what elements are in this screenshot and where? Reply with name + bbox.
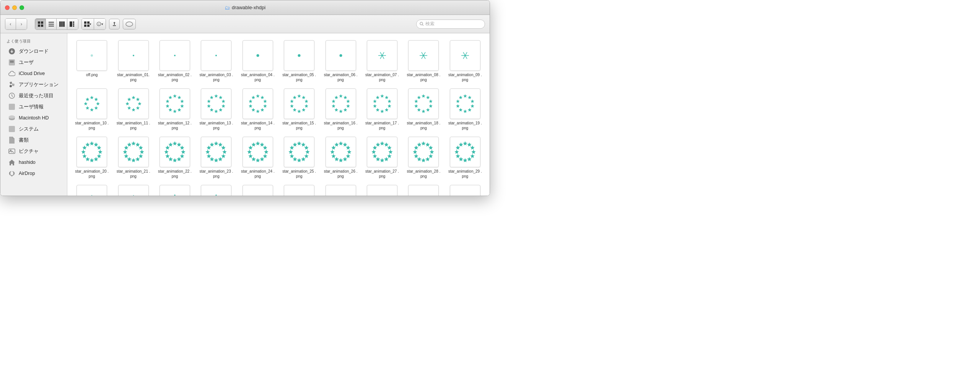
file-item-sa09[interactable]: star_animation_09 .png — [445, 38, 485, 85]
file-item-sa12[interactable]: star_animation_12 .png — [155, 86, 195, 133]
file-item-sa20[interactable]: star_animation_20 .png — [72, 134, 112, 181]
file-thumbnail — [367, 40, 397, 71]
icloud-icon — [8, 70, 16, 77]
share-button[interactable] — [109, 19, 120, 29]
nav-buttons: ‹ › — [5, 18, 27, 30]
file-thumbnail — [284, 185, 314, 196]
sidebar-item-recent[interactable]: 最近使った項目 — [2, 90, 65, 101]
home-icon — [8, 158, 16, 166]
file-thumbnail — [77, 40, 107, 71]
group-action-buttons: ▾ ▾ — [81, 18, 106, 30]
file-item-sa32[interactable]: star_animation_32 .png — [155, 183, 195, 196]
minimize-button[interactable] — [12, 5, 17, 10]
file-item-sa11[interactable]: star_animation_11 .png — [113, 86, 153, 133]
close-button[interactable] — [5, 5, 10, 10]
file-item-sa06[interactable]: star_animation_06 .png — [321, 38, 360, 85]
view-icon-button[interactable] — [35, 19, 46, 29]
file-item-sa34[interactable]: star_animation_34 .png — [238, 183, 278, 196]
file-name: star_animation_03 .png — [199, 72, 233, 82]
docs-icon — [8, 136, 16, 144]
file-item-sa29[interactable]: star_animation_29 .png — [445, 134, 485, 181]
sidebar-item-download[interactable]: ダウンロード — [2, 46, 65, 57]
svg-rect-26 — [9, 104, 15, 110]
sidebar-item-user[interactable]: ユーザ — [2, 57, 65, 68]
sidebar-item-airdrop[interactable]: AirDrop — [2, 168, 65, 179]
file-item-sa23[interactable]: star_animation_23 .png — [196, 134, 236, 181]
forward-button[interactable]: › — [16, 19, 27, 29]
svg-rect-12 — [73, 23, 74, 25]
file-item-sa14[interactable]: star_animation_14 .png — [238, 86, 278, 133]
view-column-button[interactable] — [57, 19, 67, 29]
file-item-sa01[interactable]: star_animation_01. png — [113, 38, 153, 85]
file-item-sa05[interactable]: star_animation_05 .png — [279, 38, 319, 85]
svg-point-38 — [298, 54, 301, 57]
userinfo-icon — [8, 103, 16, 111]
file-item-sa18[interactable]: star_animation_18 .png — [404, 86, 443, 133]
file-thumbnail — [450, 40, 480, 71]
file-item-sa03[interactable]: star_animation_03 .png — [196, 38, 236, 85]
file-item-sa39[interactable]: star_animation_39 .png — [445, 183, 485, 196]
file-thumbnail — [201, 88, 231, 119]
file-name: star_animation_18 .png — [407, 121, 440, 131]
airdrop-icon — [8, 170, 16, 177]
maximize-button[interactable] — [20, 5, 24, 10]
file-item-sa15[interactable]: star_animation_15 .png — [279, 86, 319, 133]
file-thumbnail — [77, 137, 107, 167]
file-item-sa13[interactable]: star_animation_13 .png — [196, 86, 236, 133]
file-name: star_animation_12 .png — [158, 121, 192, 131]
sidebar-item-userinfo[interactable]: ユーザ情報 — [2, 101, 65, 112]
file-item-sa08[interactable]: star_animation_08 .png — [404, 38, 443, 85]
sidebar-item-hd[interactable]: Macintosh HD — [2, 113, 65, 123]
sidebar-section-label: よく使う項目 — [0, 36, 67, 46]
file-item-sa26[interactable]: star_animation_26 .png — [321, 134, 360, 181]
file-thumbnail — [284, 137, 314, 167]
file-item-sa37[interactable]: star_animation_37 .png — [362, 183, 402, 196]
view-list-button[interactable] — [46, 19, 57, 29]
file-item-sa16[interactable]: star_animation_16 .png — [321, 86, 360, 133]
file-item-off[interactable]: off.png — [72, 38, 112, 85]
file-item-sa24[interactable]: star_animation_24 .png — [238, 134, 278, 181]
svg-rect-10 — [70, 21, 72, 27]
back-button[interactable]: ‹ — [5, 19, 16, 29]
file-item-sa35[interactable]: star_animation_35 .png — [279, 183, 319, 196]
file-name: star_animation_14 .png — [241, 121, 275, 131]
sidebar-item-icloud[interactable]: iCloud Drive — [2, 68, 65, 79]
action-button[interactable]: ▾ — [94, 19, 106, 29]
file-item-sa22[interactable]: star_animation_22 .png — [155, 134, 195, 181]
file-item-sa10[interactable]: star_animation_10 .png — [72, 86, 112, 133]
sidebar-item-pics[interactable]: ピクチャ — [2, 146, 65, 157]
file-name: star_animation_22 .png — [158, 169, 192, 179]
file-thumbnail — [408, 88, 439, 119]
view-cover-button[interactable] — [67, 19, 78, 29]
file-item-sa27[interactable]: star_animation_27 .png — [362, 134, 402, 181]
sidebar-item-system[interactable]: システム — [2, 124, 65, 134]
file-thumbnail — [450, 88, 480, 119]
svg-rect-1 — [41, 21, 43, 24]
file-name: star_animation_07 .png — [365, 72, 399, 82]
file-item-sa07[interactable]: star_animation_07 .png — [362, 38, 402, 85]
file-item-sa31[interactable]: star_animation_31 .png — [113, 183, 153, 196]
file-name: star_animation_24 .png — [241, 169, 275, 179]
file-item-sa19[interactable]: star_animation_19 .png — [445, 86, 485, 133]
svg-rect-6 — [49, 26, 54, 26]
sidebar-item-apps[interactable]: アプリケーション — [2, 79, 65, 90]
file-item-sa38[interactable]: star_animation_38 .png — [404, 183, 443, 196]
file-item-sa30[interactable]: star_animation_30 .png — [72, 183, 112, 196]
file-item-sa04[interactable]: star_animation_04 .png — [238, 38, 278, 85]
sidebar-item-hashido[interactable]: hashido — [2, 157, 65, 168]
sidebar-item-label: システム — [19, 126, 39, 132]
group-button[interactable]: ▾ — [82, 19, 94, 29]
svg-point-28 — [9, 116, 15, 119]
file-item-sa28[interactable]: star_animation_28 .png — [404, 134, 443, 181]
file-item-sa17[interactable]: star_animation_17 .png — [362, 86, 402, 133]
search-box[interactable]: 検索 — [416, 20, 485, 29]
file-item-sa36[interactable]: star_animation_36 .png — [321, 183, 360, 196]
file-item-sa25[interactable]: star_animation_25 .png — [279, 134, 319, 181]
tag-button[interactable] — [123, 19, 136, 29]
sidebar-item-docs[interactable]: 書類 — [2, 135, 65, 145]
file-item-sa33[interactable]: star_animation_33 .png — [196, 183, 236, 196]
file-thumbnail — [243, 88, 273, 119]
file-item-sa02[interactable]: star_animation_02 .png — [155, 38, 195, 85]
file-item-sa21[interactable]: star_animation_21 .png — [113, 134, 153, 181]
file-thumbnail — [243, 185, 273, 196]
